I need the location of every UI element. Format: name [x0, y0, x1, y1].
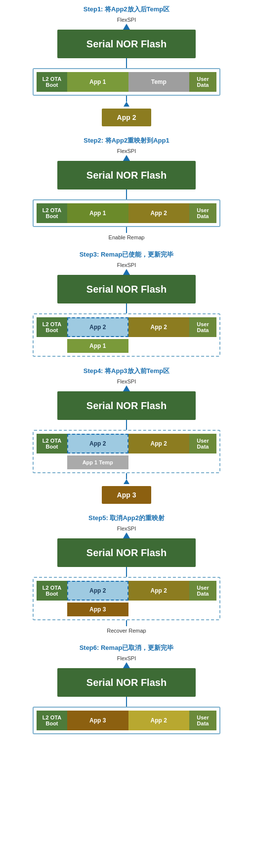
- step5-memory-map: L2 OTA Boot App 2 App 2 User Data App 3: [33, 577, 220, 620]
- step6-block: Step6: Remap已取消，更新完毕 FlexSPI Serial NOR …: [0, 643, 253, 734]
- step2-app2: App 2: [128, 203, 190, 223]
- step1-memory-map: L2 OTA Boot App 1 Temp User Data: [33, 68, 220, 96]
- step5-flexspi: FlexSPI: [117, 526, 136, 531]
- step4-below: App 3: [102, 473, 151, 504]
- step2-below: Enable Remap: [109, 227, 145, 240]
- step3-block: Step3: Remap已使能，更新完毕 FlexSPI Serial NOR …: [0, 250, 253, 357]
- step6-app3: App 3: [67, 711, 128, 730]
- step1-flexspi: FlexSPI: [117, 17, 136, 23]
- step2-arrow-up: [123, 155, 130, 161]
- step4-l2ota: L2 OTA Boot: [37, 434, 67, 453]
- step2-memory-map: L2 OTA Boot App 1 App 2 User Data: [33, 199, 220, 227]
- step6-memory-row: L2 OTA Boot App 3 App 2 User Data: [37, 711, 216, 730]
- step1-memory-row: L2 OTA Boot App 1 Temp User Data: [37, 72, 216, 92]
- step6-title: Step6: Remap已取消，更新完毕: [80, 643, 174, 652]
- step4-nor-flash: Serial NOR Flash: [57, 391, 196, 420]
- step5-connector: [126, 567, 127, 577]
- step2-below-line: [126, 227, 127, 233]
- step4-memory-map: L2 OTA Boot App 2 App 2 User Data App 1 …: [33, 430, 220, 473]
- step1-below-arrow: [124, 102, 129, 107]
- step5-sub-row: App 3: [67, 603, 216, 616]
- step5-remap-area: App 2: [67, 581, 128, 601]
- step3-remap-area: App 2: [67, 317, 128, 337]
- step4-app2: App 2: [128, 434, 190, 453]
- step2-title: Step2: 将App2重映射到App1: [84, 136, 169, 145]
- step1-below: App 2: [102, 96, 151, 126]
- step5-userdata: User Data: [189, 581, 216, 601]
- step4-app3-box: App 3: [102, 486, 151, 504]
- step4-remap-cell: App 2: [67, 434, 128, 453]
- step5-remap-cell: App 2: [67, 581, 128, 601]
- step1-arrow-up: [123, 24, 130, 30]
- step3-userdata: User Data: [189, 317, 216, 337]
- step5-block: Step5: 取消App2的重映射 FlexSPI Serial NOR Fla…: [0, 514, 253, 634]
- step3-app1-sub: App 1: [67, 339, 128, 353]
- step5-below-line: [126, 620, 127, 626]
- step2-app1: App 1: [67, 203, 128, 223]
- step3-title: Step3: Remap已使能，更新完毕: [80, 250, 174, 259]
- step3-app2: App 2: [128, 317, 190, 337]
- step6-memory-map: L2 OTA Boot App 3 App 2 User Data: [33, 707, 220, 734]
- step1-app1: App 1: [67, 72, 128, 92]
- step1-temp: Temp: [128, 72, 190, 92]
- step3-remap-cell: App 2: [67, 317, 128, 337]
- step1-app2-box: App 2: [102, 109, 151, 126]
- step5-l2ota: L2 OTA Boot: [37, 581, 67, 601]
- step5-memory-row: L2 OTA Boot App 2 App 2 User Data: [37, 581, 216, 601]
- step3-memory-row: L2 OTA Boot App 2 App 2 User Data: [37, 317, 216, 337]
- step4-title: Step4: 将App3放入前Temp区: [84, 367, 170, 376]
- step4-connector: [126, 420, 127, 430]
- step5-app2: App 2: [128, 581, 190, 601]
- step3-l2ota: L2 OTA Boot: [37, 317, 67, 337]
- step5-title: Step5: 取消App2的重映射: [88, 514, 165, 523]
- step2-l2ota: L2 OTA Boot: [37, 203, 67, 223]
- step2-enable-remap: Enable Remap: [109, 234, 145, 240]
- step1-connector: [126, 58, 127, 68]
- step1-below-line: [126, 96, 127, 102]
- step6-flexspi: FlexSPI: [117, 655, 136, 661]
- step3-sub-row: App 1: [67, 339, 216, 353]
- step2-flexspi: FlexSPI: [117, 148, 136, 154]
- step3-memory-map: L2 OTA Boot App 2 App 2 User Data: [33, 313, 220, 357]
- step4-below-arrow: [124, 479, 129, 484]
- step3-flexspi: FlexSPI: [117, 262, 136, 268]
- step6-arrow-up: [123, 662, 130, 668]
- page-container: Step1: 将App2放入后Temp区 FlexSPI Serial NOR …: [0, 0, 253, 749]
- step3-connector: [126, 303, 127, 313]
- step4-arrow-up: [123, 385, 130, 391]
- step4-below-line: [126, 473, 127, 479]
- step4-block: Step4: 将App3放入前Temp区 FlexSPI Serial NOR …: [0, 367, 253, 504]
- step6-l2ota: L2 OTA Boot: [37, 711, 67, 730]
- step3-arrow-up: [123, 269, 130, 275]
- step4-userdata: User Data: [189, 434, 216, 453]
- step4-remap-area: App 2: [67, 434, 128, 453]
- step2-nor-flash: Serial NOR Flash: [57, 161, 196, 189]
- step6-nor-flash: Serial NOR Flash: [57, 668, 196, 697]
- step4-temp-cell: App 1 Temp: [67, 455, 128, 469]
- step5-nor-flash: Serial NOR Flash: [57, 538, 196, 567]
- step5-below: Recover Remap: [107, 620, 146, 634]
- step1-userdata: User Data: [189, 72, 216, 92]
- step2-block: Step2: 将App2重映射到App1 FlexSPI Serial NOR …: [0, 136, 253, 240]
- step1-l2ota: L2 OTA Boot: [37, 72, 67, 92]
- step5-recover-remap: Recover Remap: [107, 628, 146, 634]
- step1-title: Step1: 将App2放入后Temp区: [84, 5, 170, 14]
- step2-memory-row: L2 OTA Boot App 1 App 2 User Data: [37, 203, 216, 223]
- step6-connector: [126, 697, 127, 707]
- step6-app2: App 2: [128, 711, 190, 730]
- step1-block: Step1: 将App2放入后Temp区 FlexSPI Serial NOR …: [0, 5, 253, 126]
- step4-sub-row: App 1 Temp: [67, 455, 216, 469]
- step4-memory-row: L2 OTA Boot App 2 App 2 User Data: [37, 434, 216, 453]
- step1-nor-flash: Serial NOR Flash: [57, 30, 196, 58]
- step2-userdata: User Data: [189, 203, 216, 223]
- step5-arrow-up: [123, 532, 130, 538]
- step5-app3-cell: App 3: [67, 603, 128, 616]
- step6-userdata: User Data: [189, 711, 216, 730]
- step3-nor-flash: Serial NOR Flash: [57, 275, 196, 303]
- step4-flexspi: FlexSPI: [117, 378, 136, 384]
- step2-connector: [126, 189, 127, 199]
